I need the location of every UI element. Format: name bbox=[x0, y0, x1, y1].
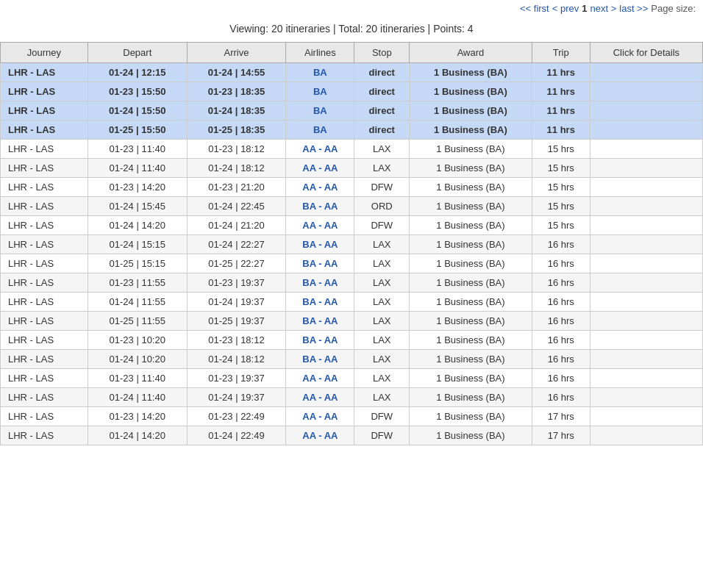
cell-details[interactable] bbox=[590, 426, 702, 445]
airline-link[interactable]: AA - AA bbox=[302, 162, 338, 173]
table-row[interactable]: LHR - LAS01-24 | 11:4001-24 | 18:12AA - … bbox=[1, 159, 703, 178]
table-row[interactable]: LHR - LAS01-24 | 14:2001-24 | 21:20AA - … bbox=[1, 216, 703, 235]
airline-link[interactable]: BA bbox=[313, 105, 327, 116]
airline-link[interactable]: BA - AA bbox=[302, 334, 338, 345]
cell-stop: direct bbox=[354, 63, 410, 82]
cell-details[interactable] bbox=[590, 82, 702, 101]
prev-link[interactable]: < prev bbox=[552, 3, 579, 14]
cell-details[interactable] bbox=[590, 159, 702, 178]
col-details: Click for Details bbox=[590, 43, 702, 63]
cell-stop: direct bbox=[354, 82, 410, 101]
table-row[interactable]: LHR - LAS01-23 | 10:2001-23 | 18:12BA - … bbox=[1, 331, 703, 350]
cell-details[interactable] bbox=[590, 369, 702, 388]
table-row[interactable]: LHR - LAS01-25 | 11:5501-25 | 19:37BA - … bbox=[1, 312, 703, 331]
cell-details[interactable] bbox=[590, 235, 702, 254]
first-link[interactable]: << first bbox=[520, 3, 549, 14]
cell-airlines[interactable]: AA - AA bbox=[286, 407, 354, 426]
cell-airlines[interactable]: AA - AA bbox=[286, 426, 354, 445]
cell-airlines[interactable]: BA - AA bbox=[286, 312, 354, 331]
table-row[interactable]: LHR - LAS01-23 | 11:5501-23 | 19:37BA - … bbox=[1, 273, 703, 293]
airline-link[interactable]: AA - AA bbox=[302, 373, 338, 384]
airline-link[interactable]: BA - AA bbox=[302, 296, 338, 307]
airline-link[interactable]: AA - AA bbox=[302, 143, 338, 154]
airline-link[interactable]: BA - AA bbox=[302, 277, 338, 288]
cell-details[interactable] bbox=[590, 388, 702, 407]
cell-details[interactable] bbox=[590, 121, 702, 140]
table-row[interactable]: LHR - LAS01-24 | 10:2001-24 | 18:12BA - … bbox=[1, 350, 703, 369]
cell-airlines[interactable]: BA bbox=[286, 121, 354, 140]
cell-airlines[interactable]: AA - AA bbox=[286, 140, 354, 159]
cell-details[interactable] bbox=[590, 216, 702, 235]
cell-details[interactable] bbox=[590, 254, 702, 273]
airline-link[interactable]: BA bbox=[313, 124, 327, 135]
last-link[interactable]: last >> bbox=[619, 3, 648, 14]
cell-trip: 17 hrs bbox=[532, 426, 590, 445]
table-row[interactable]: LHR - LAS01-25 | 15:1501-25 | 22:27BA - … bbox=[1, 254, 703, 273]
table-row[interactable]: LHR - LAS01-24 | 12:1501-24 | 14:55BAdir… bbox=[1, 63, 703, 82]
airline-link[interactable]: AA - AA bbox=[302, 182, 338, 193]
airline-link[interactable]: AA - AA bbox=[302, 220, 338, 231]
cell-stop: LAX bbox=[354, 235, 410, 254]
table-row[interactable]: LHR - LAS01-23 | 14:2001-23 | 21:20AA - … bbox=[1, 178, 703, 197]
airline-link[interactable]: BA bbox=[313, 67, 327, 78]
cell-airlines[interactable]: BA - AA bbox=[286, 235, 354, 254]
next-link[interactable]: next > bbox=[590, 3, 616, 14]
cell-arrive: 01-24 | 18:35 bbox=[187, 101, 286, 121]
cell-airlines[interactable]: AA - AA bbox=[286, 178, 354, 197]
cell-details[interactable] bbox=[590, 312, 702, 331]
cell-details[interactable] bbox=[590, 293, 702, 312]
cell-details[interactable] bbox=[590, 197, 702, 216]
table-row[interactable]: LHR - LAS01-24 | 15:4501-24 | 22:45BA - … bbox=[1, 197, 703, 216]
cell-airlines[interactable]: BA - AA bbox=[286, 273, 354, 293]
cell-details[interactable] bbox=[590, 331, 702, 350]
cell-depart: 01-23 | 11:55 bbox=[88, 273, 187, 293]
cell-journey: LHR - LAS bbox=[1, 216, 88, 235]
cell-award: 1 Business (BA) bbox=[410, 293, 532, 312]
cell-airlines[interactable]: BA bbox=[286, 63, 354, 82]
airline-link[interactable]: BA bbox=[313, 86, 327, 97]
airline-link[interactable]: AA - AA bbox=[302, 392, 338, 403]
airline-link[interactable]: AA - AA bbox=[302, 430, 338, 441]
table-row[interactable]: LHR - LAS01-24 | 15:1501-24 | 22:27BA - … bbox=[1, 235, 703, 254]
table-row[interactable]: LHR - LAS01-23 | 11:4001-23 | 18:12AA - … bbox=[1, 140, 703, 159]
cell-airlines[interactable]: BA - AA bbox=[286, 350, 354, 369]
cell-airlines[interactable]: BA - AA bbox=[286, 293, 354, 312]
cell-airlines[interactable]: BA bbox=[286, 101, 354, 121]
table-row[interactable]: LHR - LAS01-24 | 15:5001-24 | 18:35BAdir… bbox=[1, 101, 703, 121]
airline-link[interactable]: BA - AA bbox=[302, 315, 338, 326]
pagination-bar: << first < prev 1 next > last >> Page si… bbox=[0, 0, 703, 17]
airline-link[interactable]: BA - AA bbox=[302, 258, 338, 269]
cell-trip: 11 hrs bbox=[532, 82, 590, 101]
cell-airlines[interactable]: AA - AA bbox=[286, 388, 354, 407]
cell-airlines[interactable]: BA - AA bbox=[286, 254, 354, 273]
cell-details[interactable] bbox=[590, 63, 702, 82]
cell-trip: 11 hrs bbox=[532, 63, 590, 82]
cell-details[interactable] bbox=[590, 350, 702, 369]
cell-airlines[interactable]: AA - AA bbox=[286, 216, 354, 235]
cell-details[interactable] bbox=[590, 178, 702, 197]
table-row[interactable]: LHR - LAS01-23 | 14:2001-23 | 22:49AA - … bbox=[1, 407, 703, 426]
table-row[interactable]: LHR - LAS01-24 | 11:4001-24 | 19:37AA - … bbox=[1, 388, 703, 407]
cell-details[interactable] bbox=[590, 407, 702, 426]
airline-link[interactable]: AA - AA bbox=[302, 411, 338, 422]
cell-airlines[interactable]: AA - AA bbox=[286, 159, 354, 178]
cell-airlines[interactable]: BA - AA bbox=[286, 197, 354, 216]
airline-link[interactable]: BA - AA bbox=[302, 201, 338, 212]
airline-link[interactable]: BA - AA bbox=[302, 354, 338, 365]
table-row[interactable]: LHR - LAS01-23 | 11:4001-23 | 19:37AA - … bbox=[1, 369, 703, 388]
table-row[interactable]: LHR - LAS01-24 | 11:5501-24 | 19:37BA - … bbox=[1, 293, 703, 312]
table-row[interactable]: LHR - LAS01-23 | 15:5001-23 | 18:35BAdir… bbox=[1, 82, 703, 101]
cell-details[interactable] bbox=[590, 140, 702, 159]
cell-details[interactable] bbox=[590, 273, 702, 293]
cell-stop: LAX bbox=[354, 293, 410, 312]
cell-airlines[interactable]: BA - AA bbox=[286, 331, 354, 350]
cell-arrive: 01-23 | 18:12 bbox=[187, 331, 286, 350]
table-row[interactable]: LHR - LAS01-25 | 15:5001-25 | 18:35BAdir… bbox=[1, 121, 703, 140]
cell-details[interactable] bbox=[590, 101, 702, 121]
cell-airlines[interactable]: AA - AA bbox=[286, 369, 354, 388]
cell-arrive: 01-25 | 19:37 bbox=[187, 312, 286, 331]
cell-airlines[interactable]: BA bbox=[286, 82, 354, 101]
airline-link[interactable]: BA - AA bbox=[302, 239, 338, 250]
table-row[interactable]: LHR - LAS01-24 | 14:2001-24 | 22:49AA - … bbox=[1, 426, 703, 445]
cell-stop: direct bbox=[354, 121, 410, 140]
